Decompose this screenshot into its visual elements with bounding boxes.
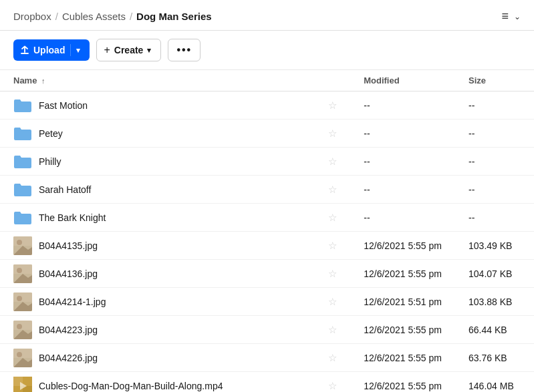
hamburger-icon[interactable]: ≡ — [501, 9, 509, 23]
top-bar: Dropbox / Cubles Assets / Dog Man Series… — [0, 0, 534, 31]
file-name: Sarah Hatoff — [39, 184, 91, 195]
star-icon[interactable]: ☆ — [328, 128, 337, 139]
toolbar: Upload ▾ + Create ▾ ••• — [0, 31, 534, 70]
view-chevron-icon[interactable]: ⌄ — [514, 12, 521, 21]
modified-date: -- — [350, 148, 455, 176]
upload-divider — [70, 44, 71, 56]
table-row[interactable]: Fast Motion☆---- — [0, 91, 534, 120]
breadcrumb: Dropbox / Cubles Assets / Dog Man Series — [13, 11, 212, 22]
table-row[interactable]: B04A4135.jpg☆12/6/2021 5:55 pm103.49 KB — [0, 232, 534, 260]
file-name: Fast Motion — [39, 100, 88, 111]
sort-arrow-icon: ↑ — [41, 77, 45, 85]
upload-label: Upload — [33, 45, 65, 55]
image-thumbnail — [13, 349, 32, 367]
modified-date: 12/6/2021 5:55 pm — [350, 232, 455, 260]
star-icon[interactable]: ☆ — [328, 184, 337, 195]
modified-date: -- — [350, 91, 455, 120]
file-size: 103.49 KB — [455, 232, 534, 260]
file-size: -- — [455, 91, 534, 120]
modified-date: 12/6/2021 5:55 pm — [350, 344, 455, 372]
file-size: -- — [455, 204, 534, 232]
image-thumbnail — [13, 292, 32, 311]
upload-chevron-icon[interactable]: ▾ — [76, 46, 80, 55]
star-icon[interactable]: ☆ — [328, 324, 337, 335]
file-name: The Bark Knight — [39, 212, 106, 223]
modified-date: 12/6/2021 5:55 pm — [350, 316, 455, 344]
svg-point-2 — [17, 240, 22, 245]
svg-point-6 — [17, 268, 22, 273]
file-size: 104.07 KB — [455, 260, 534, 288]
file-size: -- — [455, 120, 534, 148]
file-size: -- — [455, 148, 534, 176]
table-row[interactable]: Philly☆---- — [0, 148, 534, 176]
file-name: B04A4226.jpg — [39, 353, 98, 363]
breadcrumb-middle[interactable]: Cubles Assets — [62, 11, 126, 22]
file-name: B04A4136.jpg — [39, 268, 98, 279]
folder-icon — [13, 182, 32, 197]
upload-button[interactable]: Upload ▾ — [13, 39, 90, 61]
modified-date: -- — [350, 204, 455, 232]
table-row[interactable]: The Bark Knight☆---- — [0, 204, 534, 232]
file-size: 146.04 MB — [455, 372, 534, 393]
star-icon[interactable]: ☆ — [328, 352, 337, 363]
star-icon[interactable]: ☆ — [328, 268, 337, 279]
table-row[interactable]: B04A4223.jpg☆12/6/2021 5:55 pm66.44 KB — [0, 316, 534, 344]
table-row[interactable]: Cubles-Dog-Man-Dog-Man-Build-Along.mp4☆1… — [0, 372, 534, 393]
modified-date: 12/6/2021 5:51 pm — [350, 288, 455, 316]
breadcrumb-root[interactable]: Dropbox — [13, 11, 51, 22]
create-button[interactable]: + Create ▾ — [96, 39, 161, 61]
file-size: 63.76 KB — [455, 344, 534, 372]
star-icon[interactable]: ☆ — [328, 296, 337, 307]
image-thumbnail — [13, 236, 32, 255]
file-name: Cubles-Dog-Man-Dog-Man-Build-Along.mp4 — [39, 381, 223, 391]
more-options-button[interactable]: ••• — [168, 39, 201, 61]
col-header-star — [309, 70, 350, 91]
more-options-label: ••• — [176, 44, 192, 55]
table-row[interactable]: Sarah Hatoff☆---- — [0, 176, 534, 204]
col-header-modified: Modified — [350, 70, 455, 91]
file-name: B04A4135.jpg — [39, 240, 98, 251]
table-row[interactable]: B04A4214-1.jpg☆12/6/2021 5:51 pm103.88 K… — [0, 288, 534, 316]
star-icon[interactable]: ☆ — [328, 156, 337, 167]
col-header-size: Size — [455, 70, 534, 91]
star-icon[interactable]: ☆ — [328, 240, 337, 251]
star-icon[interactable]: ☆ — [328, 212, 337, 223]
folder-icon — [13, 98, 32, 113]
file-name: B04A4223.jpg — [39, 325, 98, 335]
file-name: Philly — [39, 156, 61, 167]
file-table: Name ↑ Modified Size Fast Motion☆----Pet… — [0, 70, 534, 392]
table-row[interactable]: B04A4226.jpg☆12/6/2021 5:55 pm63.76 KB — [0, 344, 534, 372]
upload-arrow-icon — [20, 45, 29, 55]
star-icon[interactable]: ☆ — [328, 380, 337, 391]
file-size: 66.44 KB — [455, 316, 534, 344]
folder-icon — [13, 210, 32, 225]
create-chevron-icon: ▾ — [147, 46, 151, 55]
modified-date: 12/6/2021 5:55 pm — [350, 260, 455, 288]
modified-date: 12/6/2021 5:55 pm — [350, 372, 455, 393]
folder-icon — [13, 126, 32, 141]
top-right-controls: ≡ ⌄ — [501, 9, 521, 23]
modified-date: -- — [350, 120, 455, 148]
file-size: -- — [455, 176, 534, 204]
star-icon[interactable]: ☆ — [328, 100, 337, 111]
table-header-row: Name ↑ Modified Size — [0, 70, 534, 91]
svg-point-10 — [17, 296, 22, 301]
svg-rect-17 — [13, 349, 32, 358]
svg-point-18 — [17, 352, 22, 357]
breadcrumb-current: Dog Man Series — [136, 11, 212, 22]
svg-rect-5 — [13, 264, 32, 274]
video-thumbnail — [13, 377, 32, 393]
table-row[interactable]: B04A4136.jpg☆12/6/2021 5:55 pm104.07 KB — [0, 260, 534, 288]
svg-point-14 — [17, 324, 22, 329]
table-row[interactable]: Petey☆---- — [0, 120, 534, 148]
file-name: B04A4214-1.jpg — [39, 297, 106, 307]
image-thumbnail — [13, 321, 32, 339]
modified-date: -- — [350, 176, 455, 204]
image-thumbnail — [13, 264, 32, 283]
breadcrumb-sep1: / — [55, 11, 58, 22]
file-name: Petey — [39, 128, 63, 139]
folder-icon — [13, 154, 32, 169]
svg-rect-9 — [13, 292, 32, 302]
col-header-name[interactable]: Name ↑ — [0, 70, 309, 91]
create-plus-icon: + — [104, 44, 110, 56]
